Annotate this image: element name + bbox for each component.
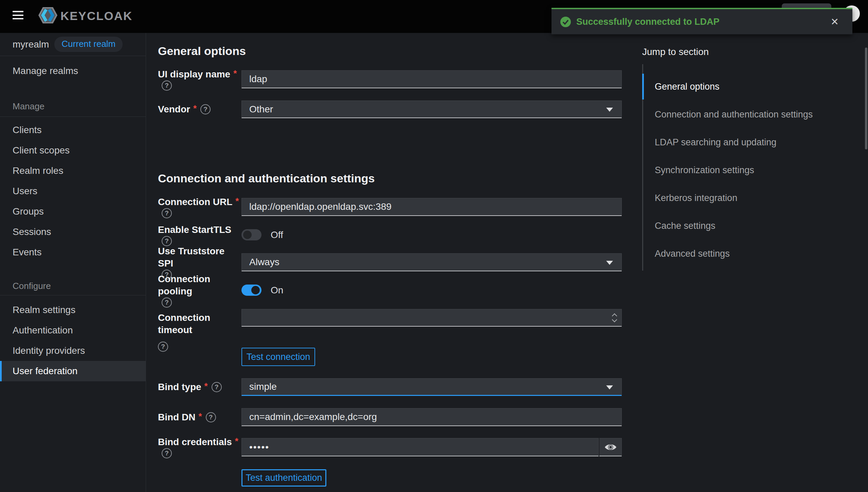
sidebar-item-user-federation[interactable]: User federation bbox=[0, 361, 146, 381]
divider bbox=[0, 116, 146, 117]
nav-section-manage: Manage bbox=[0, 99, 146, 113]
sidebar-item-events[interactable]: Events bbox=[0, 242, 146, 262]
help-icon[interactable]: ? bbox=[162, 448, 172, 458]
help-icon[interactable]: ? bbox=[206, 412, 216, 422]
success-check-icon bbox=[560, 17, 571, 27]
divider bbox=[0, 56, 146, 56]
eye-icon bbox=[604, 443, 617, 452]
jump-link-kerberos[interactable]: Kerberos integration bbox=[642, 185, 846, 211]
realm-name: myrealm bbox=[13, 39, 49, 50]
jump-link-synchronization[interactable]: Synchronization settings bbox=[642, 157, 846, 183]
section-title-general-options: General options bbox=[158, 44, 246, 58]
vendor-select[interactable]: Other bbox=[241, 101, 622, 118]
keycloak-logo[interactable]: KEYCLOAK bbox=[38, 7, 132, 25]
field-label: UI display name * ? bbox=[158, 68, 241, 91]
current-realm-badge: Current realm bbox=[54, 37, 123, 52]
menu-icon[interactable] bbox=[13, 11, 23, 19]
required-asterisk: * bbox=[235, 195, 239, 207]
sidebar-item-client-scopes[interactable]: Client scopes bbox=[0, 140, 146, 161]
scrollbar-thumb[interactable] bbox=[865, 48, 867, 149]
help-icon[interactable]: ? bbox=[162, 80, 172, 91]
sidebar-item-groups[interactable]: Groups bbox=[0, 201, 146, 222]
field-row-bind-credentials: Bind credentials * ? bbox=[158, 438, 622, 456]
help-icon[interactable]: ? bbox=[158, 342, 168, 352]
required-asterisk: * bbox=[235, 435, 238, 447]
field-label: Vendor * ? bbox=[158, 103, 241, 115]
required-asterisk: * bbox=[233, 67, 237, 79]
toggle-state-label: Off bbox=[271, 230, 283, 240]
show-password-button[interactable] bbox=[599, 438, 622, 456]
bind-dn-input[interactable] bbox=[241, 408, 622, 426]
sidebar-item-clients[interactable]: Clients bbox=[0, 120, 146, 140]
nav-section-configure: Configure bbox=[0, 279, 146, 293]
connection-pooling-toggle[interactable] bbox=[241, 285, 261, 296]
bind-credentials-input[interactable] bbox=[241, 438, 599, 456]
help-icon[interactable]: ? bbox=[212, 382, 222, 392]
realm-switcher[interactable]: myrealm Current realm bbox=[0, 33, 146, 56]
divider bbox=[0, 295, 146, 295]
field-row-ui-display-name: UI display name * ? bbox=[158, 70, 622, 88]
test-connection-button[interactable]: Test connection bbox=[241, 348, 315, 366]
sidebar-item-sessions[interactable]: Sessions bbox=[0, 222, 146, 242]
enable-starttls-toggle[interactable] bbox=[241, 229, 261, 240]
sidebar-item-authentication[interactable]: Authentication bbox=[0, 320, 146, 341]
field-row-connection-url: Connection URL * ? bbox=[158, 198, 622, 216]
brand-wordmark: KEYCLOAK bbox=[60, 9, 132, 23]
sidebar-item-realm-settings[interactable]: Realm settings bbox=[0, 300, 146, 320]
close-icon[interactable]: ✕ bbox=[831, 17, 839, 27]
sidebar-item-users[interactable]: Users bbox=[0, 181, 146, 201]
use-truststore-spi-select[interactable]: Always bbox=[241, 253, 622, 271]
sidebar-item-identity-providers[interactable]: Identity providers bbox=[0, 341, 146, 361]
configure-nav-list: Realm settings Authentication Identity p… bbox=[0, 300, 146, 381]
field-label: Connection pooling ? bbox=[158, 273, 241, 308]
jump-title: Jump to section bbox=[642, 47, 846, 57]
section-title-connection-auth: Connection and authentication settings bbox=[158, 172, 375, 185]
bind-credentials-field bbox=[241, 438, 622, 456]
connection-url-input[interactable] bbox=[241, 198, 622, 216]
field-row-bind-type: Bind type * ? simple bbox=[158, 378, 622, 396]
jump-link-general-options[interactable]: General options bbox=[642, 74, 846, 99]
required-asterisk: * bbox=[204, 380, 208, 392]
toast-success: Successfully connected to LDAP ✕ bbox=[551, 8, 852, 34]
sidebar-nav: myrealm Current realm Manage realms Mana… bbox=[0, 33, 146, 492]
field-label: Bind credentials * ? bbox=[158, 436, 241, 458]
field-label: Connection timeout ? bbox=[158, 309, 241, 352]
sidebar-item-manage-realms[interactable]: Manage realms bbox=[0, 61, 146, 80]
test-authentication-button[interactable]: Test authentication bbox=[241, 469, 326, 487]
toast-message: Successfully connected to LDAP bbox=[576, 17, 720, 27]
jump-to-section-nav: Jump to section General options Connecti… bbox=[642, 47, 846, 271]
field-row-vendor: Vendor * ? Other bbox=[158, 101, 622, 118]
toggle-state-label: On bbox=[271, 285, 283, 296]
field-row-enable-starttls: Enable StartTLS ? Off bbox=[158, 229, 622, 240]
jump-links-list: General options Connection and authentic… bbox=[642, 64, 846, 271]
field-row-connection-timeout: Connection timeout ? bbox=[158, 309, 622, 327]
number-stepper-icon[interactable] bbox=[613, 314, 616, 322]
required-asterisk: * bbox=[193, 102, 197, 114]
bind-type-select[interactable]: simple bbox=[241, 378, 622, 396]
field-row-use-truststore-spi: Use Truststore SPI ? Always bbox=[158, 253, 622, 271]
required-asterisk: * bbox=[198, 410, 202, 422]
field-row-connection-pooling: Connection pooling ? On bbox=[158, 285, 622, 296]
keycloak-admin-console: KEYCLOAK Successfully connected to LDAP … bbox=[0, 0, 868, 492]
ui-display-name-input[interactable] bbox=[241, 70, 622, 88]
field-row-bind-dn: Bind DN * ? bbox=[158, 408, 622, 426]
field-label: Enable StartTLS ? bbox=[158, 224, 241, 246]
jump-link-ldap-searching[interactable]: LDAP searching and updating bbox=[642, 129, 846, 155]
help-icon[interactable]: ? bbox=[162, 236, 172, 246]
sidebar-item-realm-roles[interactable]: Realm roles bbox=[0, 161, 146, 181]
field-label: Bind DN * ? bbox=[158, 411, 241, 423]
field-label: Bind type * ? bbox=[158, 381, 241, 393]
keycloak-hexagon-icon bbox=[38, 7, 58, 25]
help-icon[interactable]: ? bbox=[162, 208, 172, 218]
jump-link-advanced[interactable]: Advanced settings bbox=[642, 241, 846, 267]
field-label: Connection URL * ? bbox=[158, 196, 241, 218]
help-icon[interactable]: ? bbox=[162, 297, 172, 308]
help-icon[interactable]: ? bbox=[200, 104, 211, 114]
manage-nav-list: Clients Client scopes Realm roles Users … bbox=[0, 120, 146, 262]
jump-link-cache[interactable]: Cache settings bbox=[642, 213, 846, 239]
jump-link-connection-auth[interactable]: Connection and authentication settings bbox=[642, 102, 846, 127]
connection-timeout-input[interactable] bbox=[241, 309, 622, 327]
